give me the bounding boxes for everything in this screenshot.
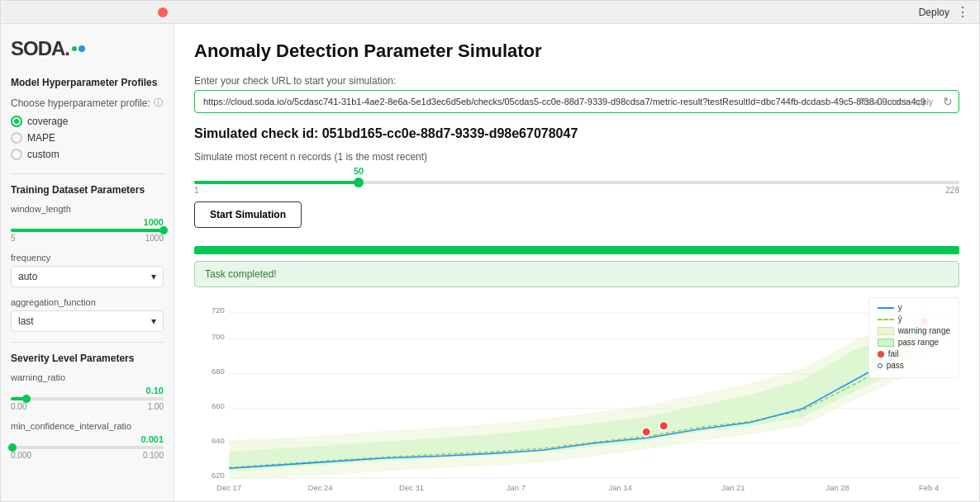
n-slider-thumb[interactable] bbox=[354, 178, 364, 187]
radio-label-mape: MAPE bbox=[27, 132, 55, 144]
radio-circle-coverage[interactable] bbox=[11, 116, 22, 127]
task-completed-banner: Task completed! bbox=[194, 261, 959, 287]
refresh-icon[interactable]: ↻ bbox=[943, 95, 953, 108]
radio-circle-mape[interactable] bbox=[11, 132, 22, 144]
legend-pass: pass bbox=[878, 361, 950, 370]
window-length-value: 1000 bbox=[11, 217, 164, 227]
warning-ratio-slider[interactable] bbox=[11, 397, 164, 400]
start-sim-wrapper: Start Simulation bbox=[194, 201, 959, 238]
url-input[interactable] bbox=[194, 90, 959, 113]
min-confidence-slider[interactable] bbox=[11, 446, 164, 449]
warning-range-area bbox=[229, 306, 925, 480]
section-model-title: Model Hyperparameter Profiles bbox=[11, 77, 164, 88]
press-enter-hint: Press Enter to apply bbox=[859, 97, 933, 107]
radio-circle-custom[interactable] bbox=[11, 149, 22, 160]
y-label-720: 720 bbox=[212, 305, 225, 315]
warning-ratio-min: 0.00 bbox=[11, 402, 26, 411]
legend-yhat-line bbox=[878, 319, 894, 320]
chart-area: 720 700 680 660 640 620 bbox=[194, 297, 959, 491]
n-value-label: 50 bbox=[354, 166, 364, 176]
n-max: 228 bbox=[945, 186, 959, 195]
window-length-max: 1000 bbox=[145, 234, 164, 243]
radio-custom[interactable]: custom bbox=[11, 149, 164, 160]
start-simulation-button[interactable]: Start Simulation bbox=[194, 201, 302, 228]
legend-pass-label: pass bbox=[887, 361, 904, 370]
url-section: Enter your check URL to start your simul… bbox=[194, 75, 959, 113]
main-content: Anomaly Detection Parameter Simulator En… bbox=[174, 24, 979, 501]
radio-group-profiles: coverage MAPE custom bbox=[11, 116, 164, 160]
window-length-slider[interactable] bbox=[11, 229, 164, 232]
deploy-label[interactable]: Deploy bbox=[919, 7, 949, 18]
window-length-thumb[interactable] bbox=[159, 226, 168, 234]
legend-fail-dot bbox=[878, 351, 884, 358]
frequency-dropdown[interactable]: auto ▾ bbox=[11, 266, 164, 287]
n-slider-track[interactable] bbox=[194, 181, 959, 184]
legend-yhat: ŷ bbox=[878, 315, 950, 324]
simulate-n-section: Simulate most recent n records (1 is the… bbox=[194, 151, 959, 195]
y-label-620: 620 bbox=[212, 471, 225, 480]
n-min: 1 bbox=[194, 186, 199, 195]
info-icon: ⓘ bbox=[154, 97, 163, 109]
min-confidence-range: 0.000 0.100 bbox=[11, 451, 164, 460]
x-label-jan7: Jan 7 bbox=[507, 483, 526, 492]
min-confidence-label: min_confidence_interval_ratio bbox=[11, 421, 164, 431]
choose-profile-row: Choose hyperparameter profile: ⓘ bbox=[11, 97, 164, 109]
radio-mape[interactable]: MAPE bbox=[11, 132, 164, 144]
x-label-dec24: Dec 24 bbox=[308, 483, 333, 492]
legend-y-line bbox=[878, 307, 894, 309]
legend-fail: fail bbox=[878, 349, 950, 358]
legend-warning-box bbox=[878, 327, 894, 335]
param-window-length: window_length 1000 5 1000 bbox=[11, 204, 164, 243]
simulate-n-label: Simulate most recent n records (1 is the… bbox=[194, 151, 959, 163]
warning-ratio-thumb[interactable] bbox=[22, 395, 31, 403]
n-slider-fill bbox=[194, 181, 359, 184]
x-label-jan21: Jan 21 bbox=[721, 483, 745, 492]
legend-pass-box bbox=[878, 339, 894, 347]
logo-text: SODA bbox=[11, 37, 64, 60]
choose-profile-label: Choose hyperparameter profile: bbox=[11, 97, 150, 109]
warning-ratio-range: 0.00 1.00 bbox=[11, 402, 164, 411]
warning-ratio-label: warning_ratio bbox=[11, 372, 164, 382]
content-area: SODA . Model Hyperparameter Profiles Cho… bbox=[1, 24, 979, 501]
legend-fail-label: fail bbox=[888, 349, 899, 358]
fail-dot-2 bbox=[659, 421, 668, 430]
warning-ratio-value: 0.10 bbox=[11, 386, 164, 395]
x-label-jan14: Jan 14 bbox=[608, 483, 631, 492]
y-label-700: 700 bbox=[212, 332, 225, 341]
frequency-chevron: ▾ bbox=[151, 271, 156, 282]
page-title: Anomaly Detection Parameter Simulator bbox=[194, 40, 959, 62]
logo-colon: . bbox=[64, 37, 70, 60]
x-label-jan28: Jan 28 bbox=[825, 483, 849, 492]
min-confidence-value: 0.001 bbox=[11, 434, 164, 444]
logo-dot-blue bbox=[78, 45, 85, 52]
frequency-value: auto bbox=[18, 271, 37, 282]
logo-dots bbox=[72, 45, 85, 52]
window-length-min: 5 bbox=[11, 234, 16, 243]
n-range: 1 228 bbox=[194, 186, 959, 195]
close-button[interactable] bbox=[158, 7, 168, 17]
warning-ratio-max: 1.00 bbox=[148, 402, 164, 411]
radio-coverage[interactable]: coverage bbox=[11, 116, 164, 127]
sidebar: SODA . Model Hyperparameter Profiles Cho… bbox=[1, 24, 174, 501]
aggregation-chevron: ▾ bbox=[151, 315, 156, 327]
legend-pass-range: pass range bbox=[878, 338, 950, 347]
legend-pass-dot bbox=[878, 363, 882, 368]
simulated-id-label: Simulated check id: bbox=[194, 126, 318, 140]
url-label: Enter your check URL to start your simul… bbox=[194, 75, 959, 87]
radio-label-custom: custom bbox=[27, 149, 59, 160]
window-length-range: 5 1000 bbox=[11, 234, 164, 243]
frequency-label: frequency bbox=[11, 253, 164, 263]
progress-bar bbox=[194, 246, 959, 254]
menu-icon[interactable]: ⋮ bbox=[956, 4, 969, 20]
radio-label-coverage: coverage bbox=[27, 116, 68, 127]
aggregation-value: last bbox=[18, 315, 34, 327]
min-confidence-thumb[interactable] bbox=[8, 443, 17, 452]
section-severity-title: Severity Level Parameters bbox=[11, 353, 164, 364]
url-input-wrapper: Press Enter to apply ↻ bbox=[194, 90, 959, 113]
aggregation-dropdown[interactable]: last ▾ bbox=[11, 310, 164, 332]
legend-pass-label: pass range bbox=[898, 338, 939, 347]
n-slider-container: 50 1 228 bbox=[194, 166, 959, 195]
legend-yhat-label: ŷ bbox=[898, 315, 902, 324]
y-label-680: 680 bbox=[212, 367, 225, 376]
legend-warning-label: warning range bbox=[898, 326, 950, 335]
